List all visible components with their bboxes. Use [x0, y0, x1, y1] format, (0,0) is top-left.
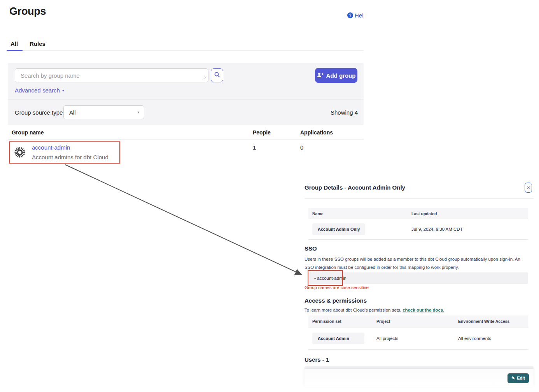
- group-people-count: 1: [253, 144, 256, 151]
- search-button[interactable]: [211, 68, 223, 82]
- group-name-pill: Account Admin Only: [312, 223, 365, 235]
- page-title: Groups: [9, 5, 46, 17]
- users-heading: Users - 1: [304, 356, 329, 363]
- caret-down-icon: ▾: [62, 89, 64, 92]
- tab-rules[interactable]: Rules: [30, 40, 46, 47]
- column-header-applications[interactable]: Applications: [300, 129, 333, 136]
- access-permissions-heading: Access & permissions: [304, 297, 367, 304]
- group-details-title: Group Details - Account Admin Only: [304, 184, 405, 191]
- edit-pencil-icon: ✎: [511, 376, 515, 381]
- advanced-search-link[interactable]: Advanced search ▾: [15, 87, 64, 94]
- edit-button-label: Edit: [517, 376, 525, 380]
- tab-all[interactable]: All: [10, 40, 18, 47]
- permissions-table: Permission set Project Environment Write…: [308, 315, 528, 350]
- annotation-highlight-sso-chip: [308, 270, 343, 286]
- select-caret-icon: ▾: [137, 110, 139, 114]
- close-icon: ✕: [527, 185, 530, 190]
- access-permissions-description: To learn more about dbt Cloud's permissi…: [304, 308, 444, 312]
- help-link[interactable]: ? Help: [347, 12, 364, 19]
- permissions-table-row: Account Admin All projects All environme…: [308, 328, 528, 350]
- advanced-search-label: Advanced search: [15, 87, 60, 94]
- group-source-type-value: All: [69, 109, 76, 116]
- group-applications-count: 0: [300, 144, 303, 151]
- edit-button[interactable]: ✎ Edit: [508, 373, 529, 383]
- permission-set-pill: Account Admin: [312, 333, 364, 344]
- close-button[interactable]: ✕: [525, 183, 532, 193]
- add-person-icon: [317, 72, 324, 79]
- add-group-button[interactable]: Add group: [315, 68, 357, 83]
- sso-heading: SSO: [304, 245, 317, 252]
- panel-footer: ✎ Edit: [304, 369, 534, 387]
- help-icon: ?: [347, 12, 353, 18]
- panel-title-divider: [304, 198, 534, 199]
- environment-write-access-column-header: Environment Write Access: [454, 319, 528, 324]
- project-column-header: Project: [373, 319, 454, 324]
- filter-panel-divider: [8, 99, 364, 99]
- name-table-row: Account Admin Only Jul 9, 2024, 9:30 AM …: [308, 219, 528, 240]
- group-search-input[interactable]: [15, 68, 208, 82]
- tabs-baseline-divider: [7, 51, 364, 51]
- column-header-group-name[interactable]: Group name: [12, 129, 44, 136]
- name-table-header-row: Name Last updated: [308, 208, 528, 219]
- last-updated-value: Jul 9, 2024, 9:30 AM CDT: [408, 227, 528, 232]
- group-source-type-label: Group source type: [15, 109, 63, 116]
- search-icon: [214, 71, 220, 79]
- sso-description: Users in these SSO groups will be added …: [304, 255, 529, 271]
- last-updated-column-header: Last updated: [408, 211, 528, 216]
- help-label: Help: [355, 12, 364, 19]
- active-tab-indicator: [7, 50, 23, 51]
- permission-set-column-header: Permission set: [308, 319, 373, 324]
- table-header-divider: [8, 139, 364, 139]
- name-column-header: Name: [308, 211, 408, 216]
- project-value: All projects: [373, 336, 454, 341]
- group-source-type-select[interactable]: All ▾: [63, 105, 144, 119]
- name-table: Name Last updated Account Admin Only Jul…: [308, 208, 528, 240]
- showing-count: Showing 4: [319, 109, 358, 116]
- environment-value: All environments: [454, 336, 528, 341]
- screenshot-canvas: Groups ? Help All Rules Advanced search …: [0, 0, 539, 392]
- add-group-label: Add group: [326, 72, 356, 79]
- column-header-people[interactable]: People: [253, 129, 271, 136]
- access-description-text: To learn more about dbt Cloud's permissi…: [304, 308, 402, 312]
- docs-link[interactable]: check out the docs.: [402, 308, 444, 312]
- group-search-container: [15, 68, 208, 82]
- annotation-highlight-group-row: [9, 141, 120, 164]
- permissions-table-header-row: Permission set Project Environment Write…: [308, 315, 528, 328]
